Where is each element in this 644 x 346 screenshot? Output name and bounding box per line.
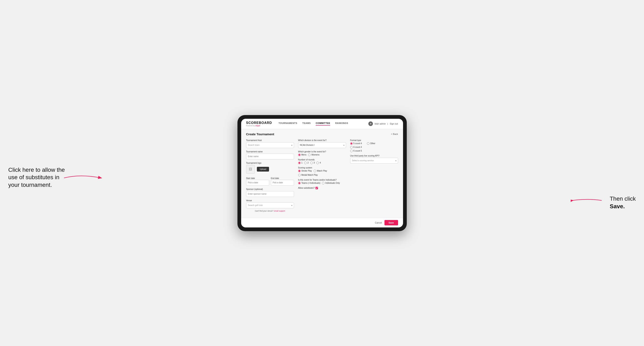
gender-mens[interactable]: Mens <box>298 154 306 156</box>
division-select[interactable]: NCAA Division I <box>298 142 346 148</box>
tournament-host-select[interactable]: Search team <box>246 142 294 148</box>
form-col-1: Tournament Host Search team Tournament n… <box>246 139 294 212</box>
page-content: Create Tournament < Back Tournament Host… <box>241 129 403 218</box>
scoring-api-select[interactable]: Select a scoring service <box>350 158 398 164</box>
rounds-3[interactable]: 3 <box>310 162 315 164</box>
tournament-logo-group: Tournament logo 🖼 Upload <box>246 162 294 173</box>
format-other[interactable]: Other <box>367 142 375 145</box>
tournament-name-input[interactable] <box>246 154 294 159</box>
logo-area: SCOREBOARD Powered by clippd <box>246 121 272 127</box>
scoring-medal-match[interactable]: Medal Match Play <box>298 174 318 176</box>
venue-group: Venue Search golf club Can't find your v… <box>246 199 294 212</box>
rounds-3-radio[interactable] <box>310 162 313 164</box>
annotation-left-text: Click here to allow the use of substitut… <box>8 166 66 189</box>
form-col-2: Which division is the event for? NCAA Di… <box>298 139 346 212</box>
dates-group: Start date End date <box>246 176 294 185</box>
scoring-system-label: Scoring system <box>298 167 346 169</box>
individuals-only[interactable]: Individuals Only <box>322 182 340 184</box>
gender-womens-radio[interactable] <box>308 154 310 156</box>
nav-links: TOURNAMENTS TEAMS COMMITTEE RANKINGS <box>278 122 368 126</box>
tournament-name-group: Tournament name <box>246 151 294 159</box>
start-date-input[interactable] <box>246 180 269 185</box>
rounds-group: Number of rounds 1 2 <box>298 159 346 164</box>
page-header: Create Tournament < Back <box>246 132 398 136</box>
tournament-host-label: Tournament Host <box>246 139 294 142</box>
nav-tournaments[interactable]: TOURNAMENTS <box>278 122 297 126</box>
format-6count5[interactable]: 6 count 5 <box>350 150 398 152</box>
logo-scoreboard: SCOREBOARD <box>246 121 272 125</box>
sponsor-input[interactable] <box>246 191 294 197</box>
form-grid: Tournament Host Search team Tournament n… <box>246 139 398 212</box>
tablet-screen: SCOREBOARD Powered by clippd TOURNAMENTS… <box>241 119 403 227</box>
format-5count4[interactable]: 5 count 4 <box>350 142 362 145</box>
individuals-only-radio[interactable] <box>322 182 324 184</box>
nav-user: B blair admin | Sign out <box>368 122 398 126</box>
individuals-only-label: Individuals Only <box>325 182 340 184</box>
rounds-1-radio[interactable] <box>298 162 301 164</box>
scoring-stroke-play[interactable]: Stroke Play <box>298 170 312 172</box>
medal-match-play-radio[interactable] <box>298 174 301 176</box>
format-6count4[interactable]: 6 count 4 <box>350 146 398 149</box>
format-6count4-radio[interactable] <box>350 146 353 149</box>
annotation-right-text: Then click Save. <box>610 195 636 210</box>
teams-individuals-radio[interactable] <box>298 182 301 184</box>
gender-womens[interactable]: Womens <box>308 154 320 156</box>
upload-button[interactable]: Upload <box>257 167 269 172</box>
end-date-label: End date <box>271 177 279 179</box>
rounds-2-label: 2 <box>308 162 309 164</box>
end-date-group: End date <box>271 176 294 185</box>
format-other-radio[interactable] <box>367 142 370 145</box>
start-date-group: Start date <box>246 176 269 185</box>
nav-committee[interactable]: COMMITTEE <box>316 122 330 126</box>
sign-out-link[interactable]: Sign out <box>390 123 398 125</box>
match-play-radio[interactable] <box>314 170 316 172</box>
teams-individuals-label: Teams (+Individuals) <box>302 182 320 184</box>
sponsor-group: Sponsor (optional) <box>246 188 294 197</box>
allow-substitutes-label-wrapper[interactable]: Allow substitutes? <box>298 187 346 189</box>
nav-rankings[interactable]: RANKINGS <box>335 122 348 126</box>
nav-teams[interactable]: TEAMS <box>302 122 311 126</box>
scoring-api-select-wrapper: Select a scoring service <box>350 158 398 164</box>
venue-label: Venue <box>246 199 294 202</box>
tournament-host-group: Tournament Host Search team <box>246 139 294 148</box>
format-6count5-label: 6 count 5 <box>354 150 362 152</box>
format-5count4-label: 5 count 4 <box>354 142 362 145</box>
venue-email-support-link[interactable]: email support <box>274 210 285 212</box>
stroke-play-radio[interactable] <box>298 170 301 172</box>
format-options-row1: 5 count 4 Other <box>350 142 398 145</box>
teams-plus-individuals[interactable]: Teams (+Individuals) <box>298 182 320 184</box>
navbar: SCOREBOARD Powered by clippd TOURNAMENTS… <box>241 119 403 129</box>
back-link[interactable]: < Back <box>391 133 398 135</box>
format-options-row3: 6 count 5 <box>350 150 398 152</box>
scoring-match-play[interactable]: Match Play <box>314 170 327 172</box>
gender-radio-group: Mens Womens <box>298 154 346 156</box>
allow-substitutes-checkbox[interactable] <box>316 187 318 189</box>
bottom-bar: Cancel Save <box>241 218 403 227</box>
end-date-input[interactable] <box>271 180 294 185</box>
tournament-host-select-wrapper: Search team <box>246 142 294 148</box>
save-button[interactable]: Save <box>384 220 398 225</box>
format-options-row2: 6 count 4 <box>350 146 398 149</box>
rounds-4[interactable]: 4 <box>316 162 321 164</box>
logo-clippd: clippd <box>255 125 260 127</box>
logo-placeholder: 🖼 <box>246 165 255 173</box>
gender-mens-radio[interactable] <box>298 154 301 156</box>
rounds-4-radio[interactable] <box>316 162 319 164</box>
rounds-2-radio[interactable] <box>304 162 306 164</box>
start-date-label: Start date <box>246 177 255 179</box>
cancel-button[interactable]: Cancel <box>375 221 382 224</box>
rounds-label: Number of rounds <box>298 159 346 161</box>
format-5count4-radio[interactable] <box>350 142 353 145</box>
page-title: Create Tournament <box>246 132 274 136</box>
team-individuals-group: Is this event for Teams and/or Individua… <box>298 179 346 184</box>
venue-select[interactable]: Search golf club <box>246 202 294 208</box>
rounds-1[interactable]: 1 <box>298 162 303 164</box>
rounds-2[interactable]: 2 <box>304 162 309 164</box>
format-6count5-radio[interactable] <box>350 150 353 152</box>
format-options: 5 count 4 Other <box>350 142 398 152</box>
medal-match-play-label: Medal Match Play <box>302 174 318 176</box>
division-label: Which division is the event for? <box>298 139 346 142</box>
gender-label: Which gender is the event for? <box>298 151 346 153</box>
logo-powered-by: Powered by clippd <box>246 125 272 127</box>
scoring-system-group: Scoring system Stroke Play Match Play <box>298 167 346 176</box>
